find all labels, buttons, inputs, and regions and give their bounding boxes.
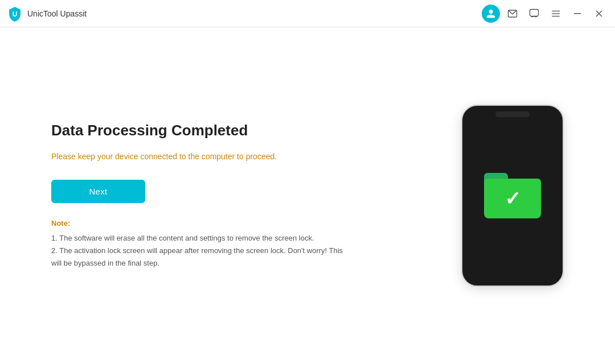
left-panel: Data Processing Completed Please keep yo… [51, 122, 347, 270]
note-label: Note: [51, 219, 347, 228]
svg-rect-2 [530, 9, 539, 16]
subtitle-text: Please keep your device connected to the… [51, 151, 347, 163]
checkmark-icon: ✓ [505, 187, 520, 210]
note-line-2: 2. The activation lock screen will appea… [51, 245, 347, 270]
account-icon[interactable] [482, 5, 500, 23]
menu-button[interactable] [547, 5, 565, 23]
app-logo-icon: U [7, 6, 23, 22]
titlebar-right [482, 5, 608, 23]
minimize-button[interactable] [568, 5, 587, 23]
phone-notch [495, 111, 530, 117]
phone-illustration: ✓ [461, 105, 564, 287]
titlebar: U UnicTool Upassit [0, 0, 615, 27]
chat-button[interactable] [525, 5, 543, 23]
note-line-1: 1. The software will erase all the conte… [51, 232, 347, 245]
right-panel: ✓ [461, 105, 564, 287]
page-title: Data Processing Completed [51, 122, 347, 139]
mail-button[interactable] [503, 5, 522, 23]
folder-icon: ✓ [484, 173, 541, 218]
content-area: Data Processing Completed Please keep yo… [51, 105, 564, 287]
titlebar-left: U UnicTool Upassit [7, 6, 87, 22]
next-button[interactable]: Next [51, 180, 145, 203]
app-title: UnicTool Upassit [27, 9, 87, 18]
close-button[interactable] [590, 5, 608, 23]
svg-rect-6 [574, 13, 581, 14]
svg-text:U: U [13, 10, 18, 18]
note-section: Note: 1. The software will erase all the… [51, 219, 347, 270]
main-content: Data Processing Completed Please keep yo… [0, 27, 615, 364]
